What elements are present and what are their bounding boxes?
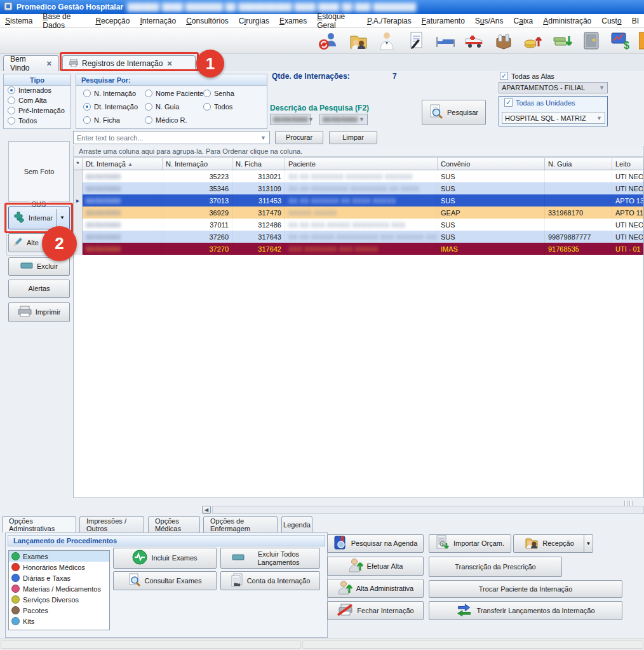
- radio-pre-internacao[interactable]: Pré-Internação: [8, 107, 65, 114]
- radio-n-internacao[interactable]: N. Internação: [83, 90, 136, 97]
- horizontal-scrollbar[interactable]: [212, 506, 644, 514]
- table-row[interactable]: 88/88/888836929317479XXXXX XXXXXGEAP3319…: [74, 207, 643, 219]
- menu-item[interactable]: Recepção: [90, 15, 135, 27]
- consultar-exames-button[interactable]: Consultar Exames: [113, 571, 217, 590]
- col-n-guia[interactable]: N. Guia: [545, 158, 612, 170]
- incluir-exames-button[interactable]: Incluir Exames: [113, 548, 217, 569]
- menu-item[interactable]: Cirurgias: [234, 15, 274, 27]
- menu-item[interactable]: Sistema: [0, 15, 37, 27]
- finance-chart-icon[interactable]: $: [610, 30, 631, 51]
- table-row[interactable]: 88/88/888835346313109XX XX XXXXXXXX XXXX…: [74, 182, 643, 194]
- procedure-item[interactable]: Diárias e Taxas: [9, 572, 109, 583]
- procedure-item[interactable]: Exames: [9, 551, 109, 562]
- user-sync-icon[interactable]: [318, 30, 339, 51]
- date-to-combo[interactable]: 88/88/8888▼: [319, 114, 368, 125]
- menu-item[interactable]: Caixa: [509, 15, 539, 27]
- menu-item[interactable]: BI: [627, 15, 644, 27]
- todas-as-alas-checkbox[interactable]: ✓Todas as Alas: [500, 72, 554, 80]
- recepcao-button[interactable]: Recepção: [513, 534, 584, 553]
- cut-off-icon[interactable]: [639, 30, 644, 51]
- radio-n-guia[interactable]: N. Guia: [145, 103, 179, 111]
- procedure-item[interactable]: Pacotes: [9, 605, 109, 616]
- radio-senha[interactable]: Senha: [203, 90, 234, 97]
- procedure-item[interactable]: Kits: [9, 616, 109, 626]
- col-leito[interactable]: Leito: [612, 158, 643, 170]
- menu-item[interactable]: P.A./Terapias: [362, 15, 417, 27]
- alta-administrativa-button[interactable]: Alta Administrativa: [327, 579, 424, 598]
- alas-combo[interactable]: APARTAMENTOS - FILIAL▼: [499, 82, 608, 93]
- radio-com-alta[interactable]: Com Alta: [8, 97, 47, 104]
- menu-item[interactable]: Consultórios: [181, 15, 234, 27]
- todas-as-unidades-checkbox[interactable]: ✓Todas as Unidades: [504, 98, 575, 107]
- procurar-button[interactable]: Procurar: [275, 131, 323, 144]
- money-down-icon[interactable]: [551, 30, 573, 51]
- col-n-internacao[interactable]: N. Internação: [163, 158, 232, 170]
- imprimir-button[interactable]: Imprimir: [8, 302, 70, 322]
- efetuar-alta-button[interactable]: Efetuar Alta: [327, 557, 424, 576]
- limpar-button[interactable]: Limpar: [329, 131, 377, 144]
- importar-orcam-button[interactable]: $ Importar Orçam.: [429, 534, 511, 553]
- menu-item[interactable]: Exames: [274, 15, 312, 27]
- conta-internacao-button[interactable]: Conta da Internação: [220, 571, 320, 590]
- radio-todos-pesquisa[interactable]: Todos: [203, 103, 232, 111]
- radio-internados[interactable]: Internados: [8, 86, 51, 94]
- doctor-icon[interactable]: [376, 30, 398, 51]
- bottom-tab-3[interactable]: Opções Médicas: [148, 516, 200, 532]
- internar-dropdown-arrow[interactable]: ▼: [57, 209, 65, 227]
- table-row[interactable]: 88/88/888835223313021XX XX XXXXXXX XXXXX…: [74, 170, 643, 182]
- stock-box-icon[interactable]: [493, 30, 514, 51]
- transferir-lancamentos-button[interactable]: Transferir Lançamentos da Internação: [429, 601, 622, 620]
- safe-icon[interactable]: [580, 30, 602, 51]
- hospital-bed-icon[interactable]: [434, 30, 456, 51]
- document-pen-icon[interactable]: [405, 30, 427, 51]
- procedure-item[interactable]: Serviços Diversos: [9, 594, 109, 605]
- close-icon[interactable]: ✕: [46, 60, 52, 68]
- recepcao-dropdown-arrow[interactable]: ▼: [584, 534, 593, 553]
- radio-dt-internacao[interactable]: Dt. Internação: [83, 103, 138, 111]
- date-from-combo[interactable]: 88/88/8888▼: [270, 114, 311, 125]
- invoice-icon: [231, 573, 243, 589]
- money-up-icon[interactable]: [522, 30, 544, 51]
- table-cell: 37260: [163, 231, 232, 243]
- col-dt-internacao[interactable]: Dt. Internaçã ▲: [83, 158, 163, 170]
- close-icon[interactable]: ✕: [166, 60, 172, 68]
- table-row[interactable]: 88/88/888837260317643XX XX XXXXX XXXXXXX…: [74, 231, 643, 243]
- bottom-tab-5[interactable]: Legenda: [281, 516, 312, 532]
- tab-bem-vindo[interactable]: Bem Vindo ✕: [3, 55, 59, 71]
- col-n-ficha[interactable]: N. Ficha: [232, 158, 285, 170]
- col-convenio[interactable]: Convênio: [438, 158, 545, 170]
- reception-people-icon[interactable]: [347, 30, 368, 51]
- trocar-paciente-button[interactable]: Trocar Paciente da Internação: [429, 580, 622, 598]
- search-input[interactable]: Enter text to search... ▼: [73, 131, 270, 144]
- transcricao-prescricao-button[interactable]: Transcrição da Prescrição: [429, 557, 562, 577]
- col-paciente[interactable]: Paciente: [285, 158, 438, 170]
- radio-medico-r[interactable]: Médico R.: [145, 116, 187, 124]
- fechar-internacao-button[interactable]: Fechar Internação: [327, 601, 424, 620]
- radio-nome-paciente[interactable]: Nome Paciente: [145, 90, 203, 97]
- ambulance-icon[interactable]: [464, 30, 485, 51]
- tab-registros-internacao[interactable]: Registros de Internação ✕: [62, 55, 196, 71]
- table-row[interactable]: ▸88/88/888837013311453XX XX XXXXXX XX XX…: [74, 194, 643, 207]
- pesquisar-agenda-button[interactable]: Pesquisar na Agenda: [327, 534, 424, 553]
- alertas-button[interactable]: Alertas: [8, 280, 70, 298]
- bottom-tab-4[interactable]: Opções de Enfermagem: [203, 516, 278, 532]
- table-cell: [545, 194, 612, 207]
- procedure-item[interactable]: Honorários Médicos: [9, 562, 109, 572]
- radio-n-ficha[interactable]: N. Ficha: [83, 116, 120, 124]
- menu-item[interactable]: Sus/Ans: [470, 15, 509, 27]
- scroll-left-button[interactable]: ◀: [202, 506, 211, 514]
- unidades-combo[interactable]: HOSPITAL SQL - MATRIZ▼: [502, 112, 605, 124]
- excluir-todos-button[interactable]: Excluir Todos Lançamentos: [220, 548, 320, 569]
- menu-item[interactable]: Administração: [538, 15, 596, 27]
- radio-todos-tipo[interactable]: Todos: [8, 117, 37, 125]
- bottom-tab-1[interactable]: Opções Adminstrativas: [2, 516, 76, 532]
- pesquisar-button[interactable]: Pesquisar: [422, 100, 486, 125]
- menu-item[interactable]: Custo: [596, 15, 626, 27]
- table-row[interactable]: 88/88/888837270317642XXX XXXXXXX XXX XXX…: [74, 243, 643, 255]
- table-row[interactable]: 88/88/888837011312486XX XX XXX XXXXX XXX…: [74, 219, 643, 231]
- bottom-tab-2[interactable]: Impressões / Outros: [79, 516, 144, 532]
- menu-item[interactable]: Faturamento: [417, 15, 470, 27]
- column-chooser[interactable]: *: [74, 158, 83, 170]
- menu-item[interactable]: Internação: [135, 15, 181, 27]
- procedure-item[interactable]: Materias / Medicamentos: [9, 583, 109, 594]
